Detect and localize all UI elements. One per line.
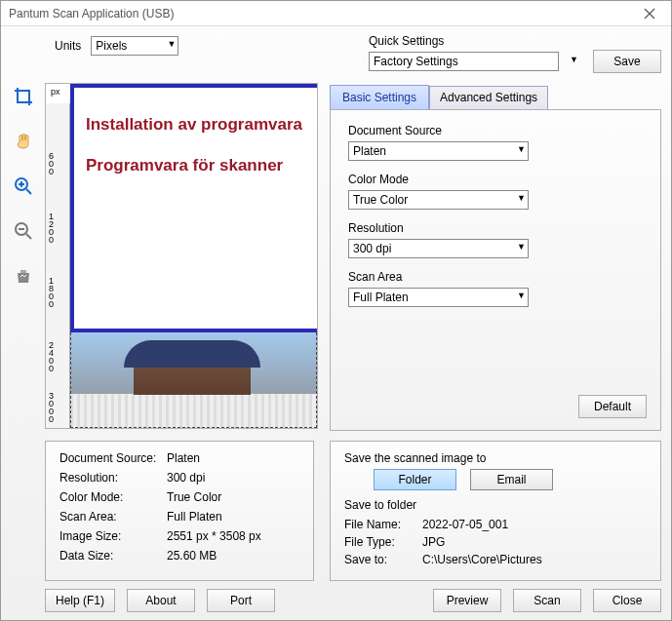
email-button[interactable]: Email — [470, 469, 553, 490]
port-button[interactable]: Port — [207, 589, 275, 612]
save-subtitle: Save to folder — [344, 498, 647, 512]
content: Units Pixels Quick Settings Factory Sett… — [1, 26, 671, 620]
tab-body: Document Source Platen Color Mode True C… — [330, 109, 661, 431]
px-label: px — [51, 87, 60, 97]
document-source-select[interactable]: Platen — [348, 141, 529, 161]
app-window: Pantum Scan Application (USB) Units Pixe… — [0, 0, 672, 621]
resolution-select[interactable]: 300 dpi — [348, 239, 529, 258]
preview-area[interactable]: px 600 1200 1800 2400 600 1200 1800 2400 — [45, 83, 318, 429]
settings-panel: Basic Settings Advanced Settings Documen… — [330, 83, 661, 431]
mid-row: px 600 1200 1800 2400 600 1200 1800 2400 — [45, 83, 661, 431]
units-label: Units — [55, 39, 81, 53]
recycle-icon[interactable] — [12, 264, 35, 288]
about-button[interactable]: About — [127, 589, 195, 612]
quick-select[interactable]: Factory Settings — [369, 52, 581, 71]
zoom-out-icon[interactable] — [12, 219, 35, 243]
quick-settings: Quick Settings Factory Settings Save — [369, 34, 661, 73]
scan-area-select[interactable]: Full Platen — [348, 288, 529, 307]
field-scan-area: Scan Area Full Platen — [348, 270, 643, 307]
units-select[interactable]: Pixels — [91, 36, 178, 56]
main-column: Units Pixels Quick Settings Factory Sett… — [45, 26, 671, 620]
overlay-line2: Programvara för skanner — [86, 156, 318, 175]
tabs: Basic Settings Advanced Settings — [330, 85, 661, 109]
field-resolution: Resolution 300 dpi — [348, 221, 643, 258]
hand-icon[interactable] — [12, 130, 35, 153]
help-button[interactable]: Help (F1) — [45, 589, 115, 612]
overlay-callout: Installation av programvara Programvara … — [70, 84, 318, 332]
field-document-source: Document Source Platen — [348, 124, 643, 161]
save-button[interactable]: Save — [593, 50, 661, 73]
quick-label: Quick Settings — [369, 34, 661, 48]
zoom-in-icon[interactable] — [12, 175, 35, 198]
close-button[interactable]: Close — [593, 589, 661, 612]
save-title: Save the scanned image to — [344, 451, 647, 465]
tab-basic[interactable]: Basic Settings — [330, 85, 429, 109]
tab-advanced[interactable]: Advanced Settings — [429, 86, 548, 110]
field-color-mode: Color Mode True Color — [348, 173, 643, 210]
close-icon[interactable] — [636, 4, 663, 23]
folder-button[interactable]: Folder — [374, 469, 456, 490]
bottom-buttons: Help (F1) About Port Preview Scan Close — [45, 589, 661, 612]
overlay-line1: Installation av programvara — [86, 115, 318, 135]
info-row: Document Source:Platen Resolution:300 dp… — [45, 441, 661, 581]
save-info-box: Save the scanned image to Folder Email S… — [330, 441, 661, 581]
toolbar — [1, 26, 45, 620]
top-row: Units Pixels Quick Settings Factory Sett… — [45, 34, 661, 83]
units-row: Units Pixels — [55, 34, 178, 56]
ruler-vertical: 600 1200 1800 2400 3000 — [46, 103, 70, 428]
window-title: Pantum Scan Application (USB) — [9, 7, 174, 20]
default-button[interactable]: Default — [578, 395, 647, 418]
titlebar: Pantum Scan Application (USB) — [1, 1, 671, 26]
crop-icon[interactable] — [12, 85, 35, 108]
preview-panel: px 600 1200 1800 2400 600 1200 1800 2400 — [45, 83, 318, 431]
color-mode-select[interactable]: True Color — [348, 190, 529, 210]
scan-button[interactable]: Scan — [513, 589, 581, 612]
preview-button[interactable]: Preview — [433, 589, 501, 612]
scan-info-box: Document Source:Platen Resolution:300 dp… — [45, 441, 314, 581]
